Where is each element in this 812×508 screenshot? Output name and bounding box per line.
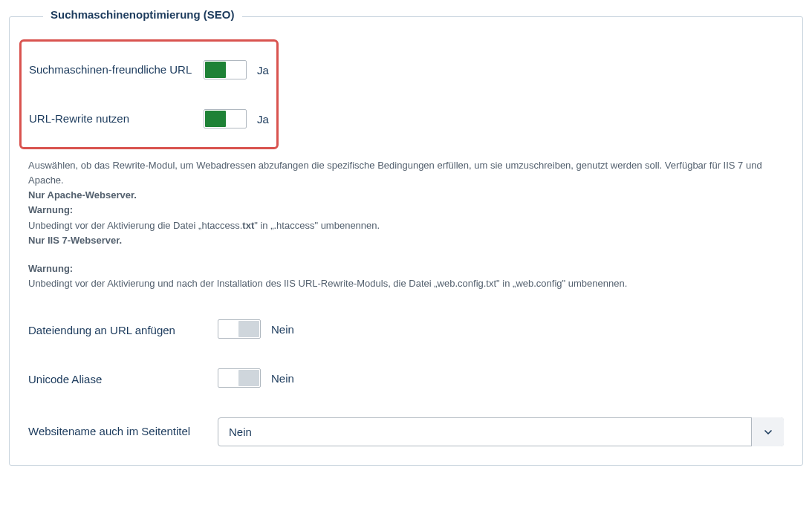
label-file-suffix: Dateiendung an URL anfügen bbox=[28, 321, 218, 338]
toggle-url-rewrite[interactable] bbox=[204, 109, 247, 128]
control-url-rewrite: Ja bbox=[204, 109, 269, 128]
row-sitename-title: Websitename auch im Seitentitel Nein bbox=[28, 417, 784, 446]
toggle-sef-url[interactable] bbox=[204, 60, 247, 79]
desc-warning-2: Warnung: bbox=[28, 261, 784, 276]
toggle-state-file-suffix: Nein bbox=[271, 323, 294, 336]
label-sitename-title: Websitename auch im Seitentitel bbox=[28, 417, 218, 439]
toggle-knob bbox=[205, 111, 226, 127]
row-unicode-alias: Unicode Aliase Nein bbox=[28, 368, 784, 388]
control-sef-url: Ja bbox=[204, 60, 269, 79]
desc-warning-1: Warnung: bbox=[28, 203, 784, 218]
label-sef-url: Suchmaschinen-freundliche URL bbox=[29, 60, 204, 77]
toggle-file-suffix[interactable] bbox=[218, 319, 261, 339]
toggle-knob bbox=[238, 370, 259, 386]
row-sef-url: Suchmaschinen-freundliche URL Ja bbox=[29, 60, 265, 79]
label-url-rewrite: URL-Rewrite nutzen bbox=[29, 109, 204, 126]
desc-iis-only: Nur IIS 7-Webserver. bbox=[28, 233, 784, 248]
select-wrap-sitename: Nein bbox=[218, 417, 784, 446]
fieldset-legend: Suchmaschinenoptimierung (SEO) bbox=[43, 8, 242, 21]
label-unicode-alias: Unicode Aliase bbox=[28, 370, 218, 387]
select-value: Nein bbox=[229, 426, 252, 438]
control-file-suffix: Nein bbox=[218, 319, 294, 339]
toggle-knob bbox=[205, 62, 226, 78]
toggle-state-unicode-alias: Nein bbox=[271, 372, 294, 385]
desc-iis-warn: Unbedingt vor der Aktivierung und nach d… bbox=[28, 276, 784, 291]
select-sitename-title[interactable]: Nein bbox=[218, 417, 784, 446]
desc-line1: Auswählen, ob das Rewrite-Modul, um Weba… bbox=[28, 158, 784, 188]
toggle-unicode-alias[interactable] bbox=[218, 368, 261, 388]
toggle-state-url-rewrite: Ja bbox=[257, 113, 269, 126]
description-block: Auswählen, ob das Rewrite-Modul, um Weba… bbox=[28, 158, 784, 291]
row-file-suffix: Dateiendung an URL anfügen Nein bbox=[28, 319, 784, 339]
toggle-knob bbox=[238, 321, 259, 337]
toggle-state-sef-url: Ja bbox=[257, 64, 269, 76]
desc-apache-warn: Unbedingt vor der Aktivierung die Datei … bbox=[28, 218, 784, 233]
seo-fieldset: Suchmaschinenoptimierung (SEO) Suchmasch… bbox=[9, 16, 803, 466]
row-url-rewrite: URL-Rewrite nutzen Ja bbox=[29, 109, 265, 128]
control-unicode-alias: Nein bbox=[218, 368, 294, 388]
plain-rows: Dateiendung an URL anfügen Nein Unicode … bbox=[28, 319, 784, 446]
desc-apache-only: Nur Apache-Webserver. bbox=[28, 188, 784, 203]
highlight-box: Suchmaschinen-freundliche URL Ja URL-Rew… bbox=[19, 39, 279, 149]
